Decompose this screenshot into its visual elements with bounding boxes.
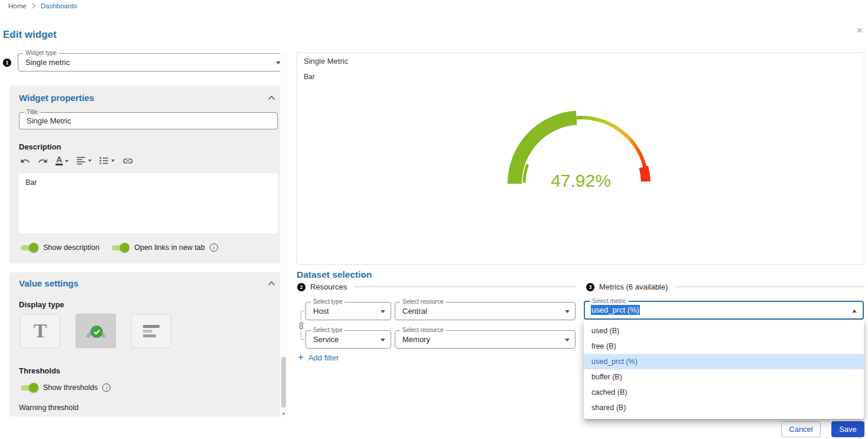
collapse-chevron-icon[interactable] (268, 281, 275, 286)
gauge-value: 47.92% (551, 171, 611, 190)
metric-option[interactable]: used_prct (%) (584, 354, 864, 369)
rich-text-toolbar: A (20, 153, 134, 168)
widget-properties-panel: Widget properties Title Single Metric De… (9, 86, 287, 264)
metric-options-menu: used (B) free (B) used_prct (%) buffer (… (584, 320, 864, 419)
display-type-options (20, 314, 171, 348)
title-input[interactable]: Title Single Metric (19, 112, 278, 129)
widget-preview: Single Metric Bar 47.92% (297, 52, 864, 265)
check-icon (90, 326, 103, 338)
select-resource-value: Central (395, 303, 575, 320)
chevron-down-icon (565, 339, 570, 342)
display-type-label: Display type (19, 300, 64, 309)
metric-option[interactable]: buffer (B) (584, 369, 864, 385)
breadcrumb-home-link[interactable]: Home (8, 2, 27, 9)
chevron-up-icon (852, 310, 857, 313)
save-button[interactable]: Save (831, 421, 864, 437)
list-button[interactable] (99, 157, 115, 165)
warning-threshold-label: Warning threshold (19, 404, 79, 412)
metric-select[interactable]: Select metric used_prct (%) (584, 301, 864, 320)
description-text: Bar (25, 178, 37, 187)
text-display-icon (34, 320, 47, 342)
dataset-selection-title: Dataset selection (297, 269, 372, 280)
text-color-icon: A (56, 156, 63, 165)
divider (675, 287, 864, 287)
select-type-label: Select type (311, 298, 344, 305)
resource-select-2[interactable]: Select resource Memory (395, 330, 576, 349)
resource-type-select-2[interactable]: Select type Service (305, 330, 391, 349)
metrics-label: Metrics (6 available) (599, 282, 668, 291)
widget-type-label: Widget type (23, 50, 59, 56)
redo-icon[interactable] (38, 156, 48, 166)
gauge-start-tick-arc (524, 164, 528, 183)
bar-chart-icon (143, 323, 160, 339)
page-title: Edit widget (3, 29, 57, 41)
select-type-value: Host (306, 303, 391, 320)
step-2-badge: 2 (297, 283, 305, 291)
gauge-chart: 47.92% (492, 95, 669, 190)
display-type-gauge-button[interactable] (76, 314, 116, 348)
chevron-down-icon (565, 310, 570, 313)
breadcrumb-dashboards-link[interactable]: Dashboards (41, 2, 77, 9)
plus-icon (298, 353, 304, 362)
chevron-down-icon (65, 160, 69, 162)
value-settings-title: Value settings (19, 278, 79, 288)
divider (355, 287, 576, 287)
scrollbar-thumb[interactable] (281, 357, 286, 408)
close-icon[interactable]: × (853, 24, 866, 37)
info-icon[interactable] (210, 243, 218, 252)
show-thresholds-toggle[interactable] (19, 382, 38, 393)
add-filter-button[interactable]: Add filter (298, 353, 339, 362)
undo-icon[interactable] (20, 156, 30, 166)
show-description-label: Show description (43, 243, 99, 252)
thresholds-label: Thresholds (19, 366, 60, 375)
select-resource-value: Memory (395, 331, 575, 348)
gauge-track-end-arc (643, 167, 646, 182)
metric-option[interactable]: shared (B) (584, 400, 864, 415)
info-icon[interactable] (102, 383, 110, 392)
resource-select-1[interactable]: Select resource Central (395, 302, 576, 320)
gauge-track-arc (577, 118, 645, 168)
metric-option[interactable]: cached (B) (584, 385, 864, 400)
align-button[interactable] (76, 157, 92, 165)
open-links-label: Open links in new tab (134, 243, 205, 252)
select-type-label: Select type (311, 327, 344, 333)
value-settings-panel: Value settings Display type Thresholds S… (9, 272, 287, 417)
text-color-button[interactable]: A (56, 156, 69, 165)
add-filter-label: Add filter (308, 353, 339, 362)
step-1-badge: 1 (3, 58, 11, 67)
scrollbar[interactable] (280, 52, 287, 417)
preview-description: Bar (304, 73, 315, 81)
metric-option[interactable]: used (B) (584, 323, 864, 339)
collapse-chevron-icon[interactable] (268, 95, 275, 100)
metric-option[interactable]: free (B) (584, 339, 864, 354)
description-editor[interactable]: Bar (19, 173, 278, 233)
resources-header: 2 Resources (297, 282, 576, 291)
undo-arrow-icon (20, 156, 30, 166)
insert-link-button[interactable] (122, 155, 134, 167)
show-description-toggle[interactable] (19, 242, 38, 253)
breadcrumb: Home Dashboards (8, 2, 77, 9)
link-icon (122, 155, 134, 167)
chevron-right-icon (32, 3, 35, 9)
resource-link-connector (301, 311, 305, 311)
resource-link-connector (301, 339, 305, 340)
display-type-bar-button[interactable] (131, 314, 171, 348)
bullet-list-icon (99, 157, 109, 165)
select-metric-value: used_prct (%) (591, 305, 640, 315)
select-resource-label: Select resource (400, 298, 446, 305)
chevron-down-icon (111, 160, 115, 162)
scroll-down-arrow-icon[interactable] (280, 412, 287, 416)
display-type-text-button[interactable] (20, 314, 60, 348)
widget-properties-title: Widget properties (19, 93, 94, 103)
align-left-icon (76, 157, 86, 165)
chevron-down-icon (381, 310, 385, 313)
open-links-toggle[interactable] (110, 242, 129, 253)
resources-label: Resources (310, 282, 347, 291)
metrics-header: 3 Metrics (6 available) (586, 282, 864, 291)
step-3-badge: 3 (586, 283, 594, 291)
select-metric-label: Select metric (590, 298, 629, 304)
resource-type-select-1[interactable]: Select type Host (305, 302, 391, 320)
cancel-button[interactable]: Cancel (781, 421, 821, 437)
link-resources-icon (296, 320, 306, 330)
widget-type-select[interactable]: Widget type Single metric (18, 53, 287, 71)
